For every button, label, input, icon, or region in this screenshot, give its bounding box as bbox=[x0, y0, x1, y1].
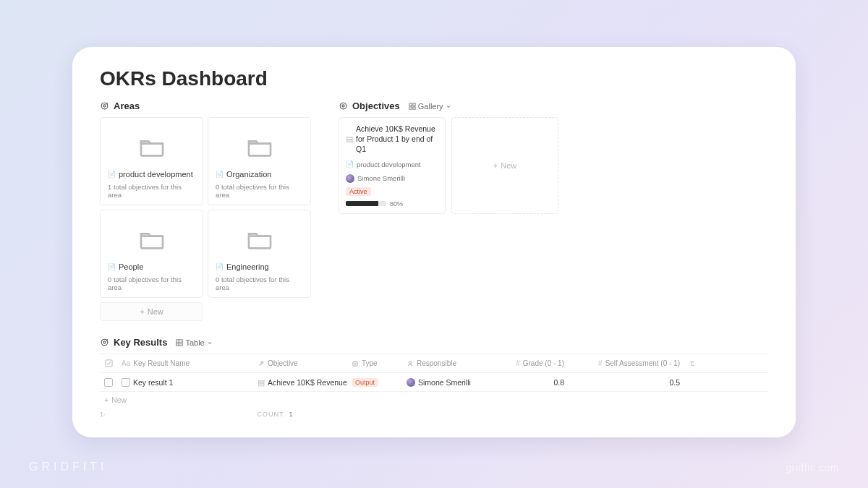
table-footer: 1· COUNT 1 bbox=[100, 408, 768, 418]
todo-checkbox[interactable] bbox=[122, 378, 130, 387]
avatar bbox=[346, 174, 354, 183]
new-label: New bbox=[111, 395, 127, 404]
count-label: COUNT bbox=[258, 411, 284, 418]
column-header-responsible[interactable]: Responsible bbox=[402, 359, 496, 367]
svg-rect-6 bbox=[409, 106, 412, 108]
objectives-section: Objectives Gallery ▤ bbox=[339, 100, 768, 321]
page-icon: 📄 bbox=[216, 263, 224, 270]
objectives-view-selector[interactable]: Gallery bbox=[409, 102, 451, 111]
page-icon: 📄 bbox=[108, 171, 116, 178]
svg-point-13 bbox=[409, 361, 411, 363]
table-icon bbox=[176, 339, 183, 346]
count-value: 1 bbox=[289, 411, 293, 418]
objective-card[interactable]: ▤ Achieve 10K$ Revenue for Product 1 by … bbox=[339, 117, 446, 214]
progress-fill bbox=[346, 201, 378, 206]
area-name: product development bbox=[119, 170, 193, 179]
cell-objective[interactable]: ▤ Achieve 10K$ Revenue fo bbox=[253, 378, 347, 387]
brand-name: GRIDFITI bbox=[29, 461, 107, 474]
area-name: People bbox=[119, 262, 143, 271]
target-icon bbox=[100, 338, 109, 347]
areas-section: Areas 📄product development 1 total objec… bbox=[100, 100, 311, 321]
svg-point-1 bbox=[103, 105, 106, 107]
svg-point-2 bbox=[340, 103, 346, 109]
area-subtext: 0 total objectives for this area bbox=[108, 275, 195, 291]
objective-owner: Simone Smerilli bbox=[357, 174, 405, 182]
avatar bbox=[407, 378, 415, 387]
area-name: Engineering bbox=[226, 262, 269, 271]
checkbox-icon bbox=[105, 359, 113, 367]
page-title: OKRs Dashboard bbox=[100, 67, 768, 90]
type-tag: Output bbox=[352, 378, 378, 387]
cell-grade[interactable]: 0.8 bbox=[496, 378, 569, 387]
page-icon: 📄 bbox=[108, 263, 116, 270]
key-results-table: Aa Key Result Name Objective Type Respon… bbox=[100, 354, 768, 418]
column-header-self-assessment[interactable]: # Self Assessment (0 - 1) bbox=[569, 359, 684, 367]
page-icon: 📄 bbox=[216, 171, 224, 178]
target-icon bbox=[100, 101, 109, 111]
folder-icon bbox=[216, 216, 303, 261]
areas-heading: Areas bbox=[114, 100, 140, 111]
select-all-checkbox[interactable] bbox=[100, 359, 117, 367]
target-icon bbox=[339, 101, 348, 111]
objectives-new-button[interactable]: + New bbox=[451, 117, 558, 214]
svg-rect-7 bbox=[413, 106, 415, 108]
folder-icon bbox=[108, 216, 195, 261]
column-header-more[interactable] bbox=[684, 360, 768, 367]
view-label: Table bbox=[185, 338, 204, 347]
progress-label: 80% bbox=[390, 200, 403, 207]
table-row[interactable]: Key result 1 ▤ Achieve 10K$ Revenue fo O… bbox=[100, 373, 768, 392]
table-header-row: Aa Key Result Name Objective Type Respon… bbox=[100, 354, 768, 373]
page-icon: 📄 bbox=[346, 160, 354, 168]
relation-icon bbox=[258, 360, 265, 367]
column-header-grade[interactable]: # Grade (0 - 1) bbox=[496, 359, 569, 367]
svg-rect-10 bbox=[176, 339, 182, 345]
formula-icon bbox=[689, 360, 696, 367]
key-results-view-selector[interactable]: Table bbox=[176, 338, 212, 347]
chevron-down-icon bbox=[207, 340, 213, 346]
plus-icon: + bbox=[104, 395, 109, 404]
objectives-heading: Objectives bbox=[352, 100, 400, 111]
plus-icon: + bbox=[493, 161, 498, 170]
number-icon: # bbox=[598, 359, 603, 367]
objective-area: product development bbox=[357, 160, 421, 168]
cell-self-assessment[interactable]: 0.5 bbox=[569, 378, 684, 387]
area-name: Organization bbox=[226, 170, 271, 179]
area-card[interactable]: 📄Engineering 0 total objectives for this… bbox=[208, 210, 311, 298]
page-icon: ▤ bbox=[258, 378, 265, 387]
folder-icon bbox=[216, 124, 303, 168]
objective-title: Achieve 10K$ Revenue for Product 1 by en… bbox=[356, 124, 438, 155]
folder-icon bbox=[108, 124, 195, 168]
areas-new-button[interactable]: + New bbox=[100, 302, 203, 321]
cell-responsible[interactable]: Simone Smerilli bbox=[402, 378, 496, 387]
table-new-row[interactable]: + New bbox=[100, 392, 768, 408]
svg-rect-5 bbox=[413, 103, 415, 105]
view-label: Gallery bbox=[418, 102, 443, 111]
row-checkbox[interactable] bbox=[100, 378, 117, 387]
column-header-objective[interactable]: Objective bbox=[253, 359, 347, 367]
number-icon: # bbox=[516, 359, 520, 367]
footer-left: 1· bbox=[100, 411, 106, 418]
key-results-heading: Key Results bbox=[114, 337, 167, 348]
svg-point-3 bbox=[342, 105, 344, 107]
person-icon bbox=[407, 360, 414, 367]
area-card[interactable]: 📄product development 1 total objectives … bbox=[100, 117, 203, 205]
new-label: New bbox=[148, 307, 163, 316]
svg-rect-4 bbox=[409, 103, 412, 105]
cell-name[interactable]: Key result 1 bbox=[117, 378, 253, 387]
progress-bar bbox=[346, 201, 386, 206]
area-card[interactable]: 📄Organization 0 total objectives for thi… bbox=[208, 117, 311, 205]
status-badge: Active bbox=[346, 187, 371, 196]
app-window: OKRs Dashboard Areas 📄product d bbox=[72, 47, 796, 437]
new-label: New bbox=[501, 161, 516, 170]
gallery-icon bbox=[409, 103, 416, 110]
area-subtext: 1 total objectives for this area bbox=[108, 183, 195, 199]
area-card[interactable]: 📄People 0 total objectives for this area bbox=[100, 210, 203, 298]
svg-point-9 bbox=[103, 341, 106, 343]
column-header-type[interactable]: Type bbox=[347, 359, 402, 367]
column-header-name[interactable]: Aa Key Result Name bbox=[117, 359, 253, 367]
text-icon: Aa bbox=[122, 359, 130, 367]
chevron-down-icon bbox=[446, 103, 451, 109]
brand-site: gridfiti.com bbox=[786, 462, 839, 474]
select-icon bbox=[352, 360, 359, 367]
cell-type[interactable]: Output bbox=[347, 378, 402, 387]
